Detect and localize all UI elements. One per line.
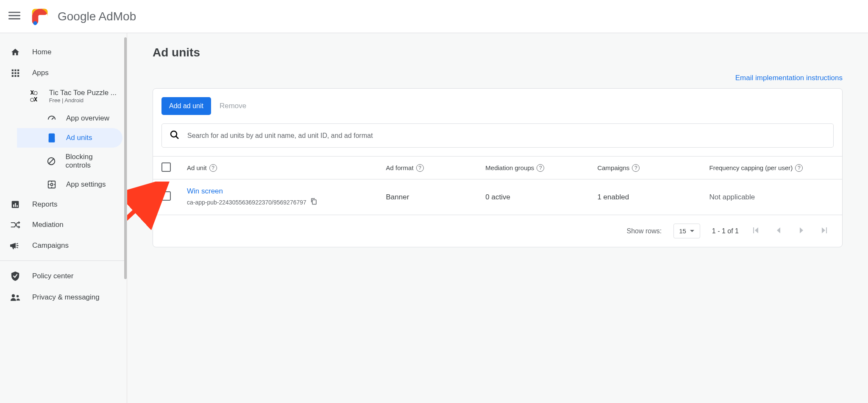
col-ad-unit: Ad unit xyxy=(187,164,207,171)
sidebar-label: Ad units xyxy=(66,134,92,142)
sidebar-label: Apps xyxy=(32,69,49,77)
sidebar-label: Reports xyxy=(32,200,58,209)
rows-value: 15 xyxy=(679,227,686,235)
page-range: 1 - 1 of 1 xyxy=(712,227,739,235)
svg-rect-10 xyxy=(12,75,14,77)
app-icon: X◯◯X xyxy=(27,87,41,104)
sidebar-item-reports[interactable]: Reports xyxy=(0,194,127,215)
remove-button[interactable]: Remove xyxy=(220,102,246,110)
apps-icon xyxy=(10,69,20,77)
svg-rect-28 xyxy=(10,244,11,247)
bar-chart-icon xyxy=(10,200,20,209)
svg-rect-27 xyxy=(17,205,18,207)
add-ad-unit-button[interactable]: Add ad unit xyxy=(161,97,211,115)
col-campaigns: Campaigns xyxy=(597,164,629,171)
cell-freq: Not applicable xyxy=(709,193,834,202)
home-icon xyxy=(10,48,20,57)
rows-per-page-select[interactable]: 15 xyxy=(673,224,700,238)
mediation-icon xyxy=(10,221,20,229)
sidebar-label: Policy center xyxy=(32,272,73,280)
svg-rect-4 xyxy=(12,70,14,71)
product-name: Google AdMob xyxy=(58,10,136,23)
prev-page-icon[interactable] xyxy=(773,225,784,237)
sidebar-label: Campaigns xyxy=(32,241,69,250)
svg-rect-6 xyxy=(17,70,19,71)
svg-rect-12 xyxy=(17,75,19,77)
svg-rect-5 xyxy=(14,70,16,71)
svg-rect-26 xyxy=(15,203,16,207)
table-row: Win screen ca-app-pub-2243055636922370/9… xyxy=(153,179,842,215)
svg-rect-11 xyxy=(14,75,16,77)
sidebar-item-privacy[interactable]: Privacy & messaging xyxy=(0,287,127,308)
app-name: Tic Tac Toe Puzzle ... xyxy=(49,89,117,97)
megaphone-icon xyxy=(10,241,20,250)
help-icon[interactable]: ? xyxy=(795,164,803,172)
svg-line-17 xyxy=(49,159,54,164)
svg-point-31 xyxy=(171,131,177,137)
sidebar-item-apps[interactable]: Apps xyxy=(0,63,127,83)
svg-line-13 xyxy=(52,118,54,120)
search-input[interactable] xyxy=(187,132,826,140)
sidebar: Home Apps X◯◯X Tic Tac Toe Puzzle ... Fr… xyxy=(0,33,127,403)
svg-rect-8 xyxy=(14,72,16,74)
divider xyxy=(0,260,127,261)
help-icon[interactable]: ? xyxy=(537,164,544,172)
first-page-icon[interactable] xyxy=(751,225,761,237)
header-bar: Google AdMob xyxy=(0,0,868,33)
sidebar-item-campaigns[interactable]: Campaigns xyxy=(0,235,127,256)
col-ad-format: Ad format xyxy=(386,164,414,171)
menu-icon[interactable] xyxy=(8,10,20,23)
chevron-down-icon xyxy=(690,229,695,233)
help-icon[interactable]: ? xyxy=(632,164,640,172)
logo-group[interactable]: Google AdMob xyxy=(31,7,136,26)
sidebar-label: Mediation xyxy=(32,221,64,229)
app-subtitle: Free | Android xyxy=(49,97,117,104)
sidebar-item-home[interactable]: Home xyxy=(0,42,127,63)
copy-icon[interactable] xyxy=(310,197,317,207)
col-mediation: Mediation groups xyxy=(485,164,534,171)
ad-units-card: Add ad unit Remove Ad unit? Ad format? M… xyxy=(153,88,843,247)
next-page-icon[interactable] xyxy=(796,225,807,237)
svg-rect-0 xyxy=(8,12,20,13)
people-icon xyxy=(10,293,20,302)
ad-unit-id: ca-app-pub-2243055636922370/9569276797 xyxy=(187,199,306,206)
svg-point-3 xyxy=(33,21,37,25)
email-instructions-link[interactable]: Email implementation instructions xyxy=(735,74,843,82)
sidebar-label: App overview xyxy=(66,114,109,123)
select-all-checkbox[interactable] xyxy=(161,162,171,172)
col-freq: Frequency capping (per user) xyxy=(709,164,793,171)
sidebar-item-blocking[interactable]: Blocking controls xyxy=(17,148,127,175)
cell-campaigns: 1 enabled xyxy=(597,193,709,202)
svg-rect-9 xyxy=(17,72,19,74)
sidebar-label: Home xyxy=(32,48,51,56)
svg-point-19 xyxy=(50,183,53,186)
main-content: Ad units Email implementation instructio… xyxy=(127,33,868,403)
svg-rect-7 xyxy=(12,72,14,74)
sidebar-item-overview[interactable]: App overview xyxy=(17,109,127,128)
email-instructions-row: Email implementation instructions xyxy=(153,74,843,82)
page-title: Ad units xyxy=(153,46,843,59)
shield-icon xyxy=(10,271,20,281)
admob-logo-icon xyxy=(31,7,49,26)
svg-rect-1 xyxy=(8,15,20,16)
device-icon xyxy=(47,133,57,143)
last-page-icon[interactable] xyxy=(819,225,829,237)
sidebar-label: Blocking controls xyxy=(66,153,117,170)
ad-unit-name-link[interactable]: Win screen xyxy=(187,187,386,196)
help-icon[interactable]: ? xyxy=(209,164,217,172)
sidebar-item-settings[interactable]: App settings xyxy=(17,175,127,194)
block-icon xyxy=(47,157,56,166)
sidebar-current-app[interactable]: X◯◯X Tic Tac Toe Puzzle ... Free | Andro… xyxy=(17,83,127,109)
scrollbar[interactable] xyxy=(124,37,127,279)
svg-point-30 xyxy=(17,295,19,297)
help-icon[interactable]: ? xyxy=(416,164,424,172)
pager: Show rows: 15 1 - 1 of 1 xyxy=(153,215,842,247)
row-checkbox[interactable] xyxy=(161,191,171,201)
gauge-icon xyxy=(47,114,57,123)
ad-units-table: Ad unit? Ad format? Mediation groups? Ca… xyxy=(153,156,842,215)
sidebar-item-mediation[interactable]: Mediation xyxy=(0,215,127,235)
search-bar[interactable] xyxy=(161,123,834,148)
sidebar-item-adunits[interactable]: Ad units xyxy=(17,128,122,148)
sidebar-item-policy[interactable]: Policy center xyxy=(0,265,127,287)
sidebar-label: Privacy & messaging xyxy=(32,293,100,302)
